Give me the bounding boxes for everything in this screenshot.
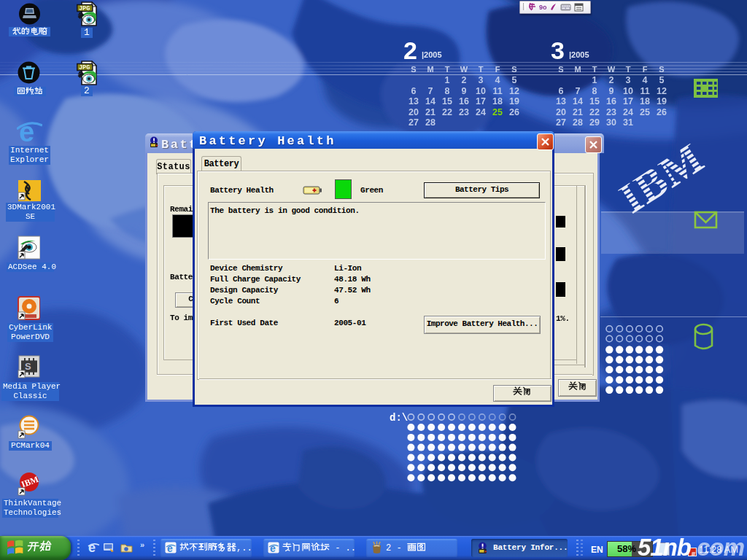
- svg-text:JPG: JPG: [79, 5, 90, 12]
- svg-text:|2005: |2005: [422, 50, 442, 59]
- svg-text:e: e: [167, 542, 173, 554]
- svg-text:d:\: d:\: [390, 412, 408, 424]
- svg-text:JPG: JPG: [79, 64, 90, 71]
- svg-text:e: e: [270, 542, 276, 554]
- svg-text:e: e: [88, 541, 96, 554]
- svg-text:3: 3: [551, 36, 565, 64]
- svg-text:9o: 9o: [539, 4, 547, 11]
- svg-text:S: S: [25, 361, 31, 372]
- svg-text:|2005: |2005: [569, 50, 589, 59]
- svg-text:2: 2: [403, 36, 417, 64]
